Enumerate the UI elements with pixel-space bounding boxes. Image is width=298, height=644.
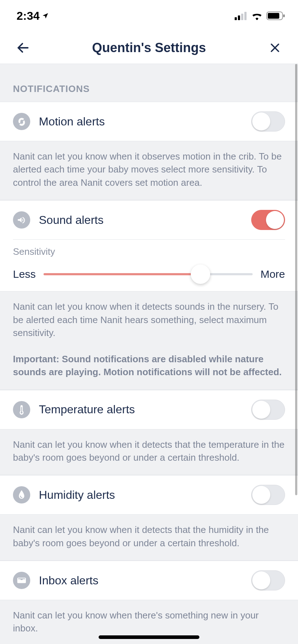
sensitivity-slider-row: Less More (13, 268, 285, 280)
location-icon (42, 12, 49, 19)
sensitivity-label: Sensitivity (13, 246, 285, 257)
motion-toggle[interactable] (251, 111, 285, 132)
slider-more-label: More (261, 268, 285, 280)
humidity-label: Humidity alerts (39, 488, 243, 502)
temperature-toggle[interactable] (251, 400, 285, 420)
toggle-knob (252, 401, 270, 419)
cellular-icon (235, 12, 248, 20)
svg-rect-0 (235, 17, 237, 20)
sound-icon (13, 211, 30, 229)
wifi-icon (251, 12, 263, 20)
scroll-indicator (295, 64, 297, 495)
section-header-notifications: NOTIFICATIONS (0, 64, 298, 102)
time-text: 2:34 (17, 9, 40, 23)
row-motion-alerts: Motion alerts (0, 102, 298, 141)
row-inbox-alerts: Inbox alerts (0, 561, 298, 600)
sound-desc-2: Important: Sound notifications are disab… (13, 354, 282, 377)
back-button[interactable] (13, 38, 33, 58)
slider-less-label: Less (13, 268, 36, 280)
sound-label: Sound alerts (39, 213, 243, 227)
back-arrow-icon (16, 41, 30, 55)
app-screen: 2:34 Quentin's Settings (0, 0, 298, 644)
motion-desc: Nanit can let you know when it observes … (0, 141, 298, 200)
sound-desc: Nanit can let you know when it detects s… (0, 291, 298, 390)
toggle-knob (252, 112, 270, 130)
page-title: Quentin's Settings (33, 40, 265, 55)
close-icon (269, 42, 281, 54)
status-right-icons (235, 12, 285, 20)
thermometer-icon (13, 401, 30, 418)
sound-sensitivity-block: Sensitivity Less More (0, 240, 298, 291)
inbox-toggle[interactable] (251, 570, 285, 590)
humidity-toggle[interactable] (251, 485, 285, 505)
inbox-label: Inbox alerts (39, 574, 243, 587)
motion-icon (13, 113, 30, 130)
row-humidity-alerts: Humidity alerts (0, 475, 298, 515)
content-scroll[interactable]: NOTIFICATIONS Motion alerts Nanit can le… (0, 64, 298, 644)
nav-header: Quentin's Settings (0, 32, 298, 64)
inbox-icon (13, 572, 30, 589)
home-indicator[interactable] (99, 635, 199, 639)
battery-icon (266, 12, 285, 20)
row-sound-alerts: Sound alerts (0, 200, 298, 239)
temperature-desc: Nanit can let you know when it detects t… (0, 429, 298, 475)
droplet-icon (13, 486, 30, 503)
sound-desc-1: Nanit can let you know when it detects s… (13, 301, 279, 338)
toggle-knob (252, 486, 270, 504)
status-bar: 2:34 (0, 0, 298, 32)
svg-rect-6 (268, 13, 279, 19)
close-button[interactable] (265, 38, 285, 58)
humidity-desc: Nanit can let you know when it detects t… (0, 515, 298, 561)
sound-toggle[interactable] (251, 210, 285, 230)
svg-rect-1 (238, 15, 240, 20)
motion-label: Motion alerts (39, 115, 243, 128)
slider-thumb[interactable] (191, 264, 210, 284)
toggle-knob (252, 571, 270, 589)
slider-fill (44, 273, 200, 275)
toggle-knob (266, 211, 284, 229)
sensitivity-slider[interactable] (44, 273, 252, 275)
svg-rect-7 (283, 14, 285, 17)
svg-rect-2 (241, 14, 243, 20)
svg-point-4 (256, 18, 258, 20)
row-temperature-alerts: Temperature alerts (0, 390, 298, 429)
status-time: 2:34 (17, 9, 49, 23)
svg-rect-3 (244, 12, 247, 20)
temperature-label: Temperature alerts (39, 403, 243, 416)
